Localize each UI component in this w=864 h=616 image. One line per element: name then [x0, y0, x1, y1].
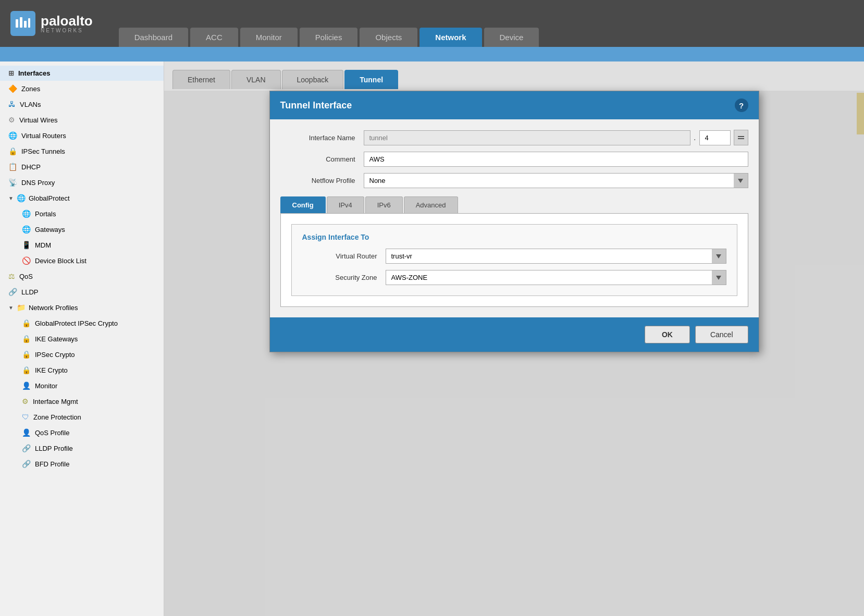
top-nav: paloalto NETWORKS Dashboard ACC Monitor … [0, 0, 864, 47]
sidebar-item-mdm[interactable]: 📱 MDM [0, 237, 164, 253]
tunnel-interface-modal: Tunnel Interface ? Interface Name . [269, 91, 759, 352]
interface-number-input[interactable] [699, 130, 731, 145]
sidebar: ⊞ Interfaces 🔶 Zones 🖧 VLANs ⚙ Virtual W… [0, 61, 164, 616]
sidebar-item-virtual-wires[interactable]: ⚙ Virtual Wires [0, 112, 164, 128]
sidebar-item-portals[interactable]: 🌐 Portals [0, 206, 164, 221]
dns-proxy-icon: 📡 [8, 178, 17, 187]
svg-rect-1 [20, 17, 22, 28]
portals-icon: 🌐 [22, 210, 31, 218]
virtual-router-select[interactable]: trust-vr [386, 249, 726, 264]
assign-interface-title: Assign Interface To [302, 233, 726, 241]
interface-name-input[interactable] [364, 130, 691, 145]
inner-tab-config[interactable]: Config [280, 196, 326, 213]
virtual-wires-icon: ⚙ [8, 116, 15, 124]
sidebar-item-lldp-profile[interactable]: 🔗 LLDP Profile [0, 440, 164, 456]
comment-input[interactable] [364, 152, 748, 167]
ike-crypto-icon: 🔒 [22, 366, 31, 374]
modal-title: Tunnel Interface [280, 100, 352, 111]
virtual-router-row: Virtual Router trust-vr [302, 249, 726, 264]
sidebar-item-globalprotect[interactable]: ▼ 🌐 GlobalProtect [0, 190, 164, 206]
expand-arrow-globalprotect: ▼ [8, 195, 14, 201]
modal-backdrop: Tunnel Interface ? Interface Name . [164, 91, 864, 616]
interface-tabs: Ethernet VLAN Loopback Tunnel [172, 70, 856, 89]
netflow-profile-select[interactable]: None [364, 173, 748, 188]
virtual-router-label: Virtual Router [302, 252, 386, 260]
sidebar-item-monitor[interactable]: 👤 Monitor [0, 378, 164, 393]
interface-number-stepper[interactable] [734, 130, 748, 145]
globalprotect-icon: 🌐 [17, 194, 26, 202]
sidebar-item-lldp[interactable]: 🔗 LLDP [0, 284, 164, 300]
tab-vlan[interactable]: VLAN [231, 70, 281, 89]
tab-tunnel[interactable]: Tunnel [344, 70, 398, 89]
sidebar-item-ipsec-tunnels[interactable]: 🔒 IPSec Tunnels [0, 143, 164, 159]
vlans-icon: 🖧 [8, 100, 16, 108]
sidebar-item-interfaces[interactable]: ⊞ Interfaces [0, 66, 164, 81]
mdm-icon: 📱 [22, 241, 31, 249]
nav-tab-objects[interactable]: Objects [360, 28, 417, 47]
ipsec-tunnels-icon: 🔒 [8, 147, 17, 155]
sidebar-item-interface-mgmt[interactable]: ⚙ Interface Mgmt [0, 393, 164, 409]
sidebar-item-qos[interactable]: ⚖ QoS [0, 268, 164, 284]
logo-brand: paloalto [41, 14, 93, 28]
sidebar-item-ike-gateways[interactable]: 🔒 IKE Gateways [0, 331, 164, 347]
expand-arrow-network-profiles: ▼ [8, 305, 14, 311]
gateways-icon: 🌐 [22, 225, 31, 233]
ok-button[interactable]: OK [645, 326, 690, 343]
security-zone-row: Security Zone AWS-ZONE [302, 270, 726, 285]
security-zone-label: Security Zone [302, 274, 386, 281]
sidebar-item-dns-proxy[interactable]: 📡 DNS Proxy [0, 175, 164, 190]
tab-ethernet[interactable]: Ethernet [172, 70, 230, 89]
netflow-profile-label: Netflow Profile [280, 177, 364, 184]
nav-tab-network[interactable]: Network [419, 28, 482, 47]
lldp-icon: 🔗 [8, 288, 17, 296]
sub-header [0, 47, 864, 61]
nav-tab-policies[interactable]: Policies [300, 28, 358, 47]
virtual-routers-icon: 🌐 [8, 131, 17, 140]
content-area: ⊞ Interfaces 🔶 Zones 🖧 VLANs ⚙ Virtual W… [0, 61, 864, 616]
sidebar-item-gateways[interactable]: 🌐 Gateways [0, 221, 164, 237]
gp-ipsec-crypto-icon: 🔒 [22, 319, 31, 327]
interface-name-label: Interface Name [280, 134, 364, 142]
sidebar-item-gp-ipsec-crypto[interactable]: 🔒 GlobalProtect IPSec Crypto [0, 315, 164, 331]
cancel-button[interactable]: Cancel [695, 326, 748, 343]
svg-rect-0 [16, 19, 18, 28]
svg-rect-3 [28, 18, 30, 28]
nav-tab-acc[interactable]: ACC [190, 28, 238, 47]
interfaces-icon: ⊞ [8, 69, 14, 77]
sidebar-item-bfd-profile[interactable]: 🔗 BFD Profile [0, 456, 164, 472]
interface-mgmt-icon: ⚙ [22, 397, 29, 405]
modal-footer: OK Cancel [270, 317, 759, 352]
sidebar-item-device-block-list[interactable]: 🚫 Device Block List [0, 253, 164, 268]
inner-tab-ipv6[interactable]: IPv6 [365, 196, 403, 213]
nav-tab-monitor[interactable]: Monitor [240, 28, 298, 47]
sidebar-item-vlans[interactable]: 🖧 VLANs [0, 96, 164, 112]
sidebar-item-virtual-routers[interactable]: 🌐 Virtual Routers [0, 128, 164, 143]
logo-icon [10, 11, 35, 36]
netflow-profile-row: Netflow Profile None [280, 173, 748, 188]
sidebar-item-zones[interactable]: 🔶 Zones [0, 81, 164, 96]
device-block-list-icon: 🚫 [22, 256, 31, 265]
sidebar-item-network-profiles[interactable]: ▼ 📁 Network Profiles [0, 300, 164, 315]
sidebar-item-ike-crypto[interactable]: 🔒 IKE Crypto [0, 362, 164, 378]
assign-interface-section: Assign Interface To Virtual Router trust… [291, 224, 737, 296]
qos-profile-icon: 👤 [22, 428, 31, 437]
sidebar-item-zone-protection[interactable]: 🛡 Zone Protection [0, 409, 164, 425]
nav-tab-dashboard[interactable]: Dashboard [119, 28, 188, 47]
security-zone-select[interactable]: AWS-ZONE [386, 270, 726, 285]
inner-tabs: Config IPv4 IPv6 Advanced [280, 196, 748, 213]
modal-header: Tunnel Interface ? [270, 91, 759, 119]
separator-dot: . [694, 133, 696, 142]
network-profiles-icon: 📁 [17, 303, 26, 312]
sidebar-item-dhcp[interactable]: 📋 DHCP [0, 159, 164, 175]
sidebar-item-ipsec-crypto[interactable]: 🔒 IPSec Crypto [0, 347, 164, 362]
tab-loopback[interactable]: Loopback [282, 70, 344, 89]
inner-tab-ipv4[interactable]: IPv4 [327, 196, 364, 213]
inner-tab-advanced[interactable]: Advanced [404, 196, 458, 213]
logo-area: paloalto NETWORKS [10, 11, 93, 36]
qos-icon: ⚖ [8, 272, 15, 280]
nav-tab-device[interactable]: Device [484, 28, 539, 47]
svg-rect-4 [738, 136, 744, 137]
help-button[interactable]: ? [735, 98, 748, 112]
interface-name-row: Interface Name . [280, 130, 748, 145]
sidebar-item-qos-profile[interactable]: 👤 QoS Profile [0, 425, 164, 440]
